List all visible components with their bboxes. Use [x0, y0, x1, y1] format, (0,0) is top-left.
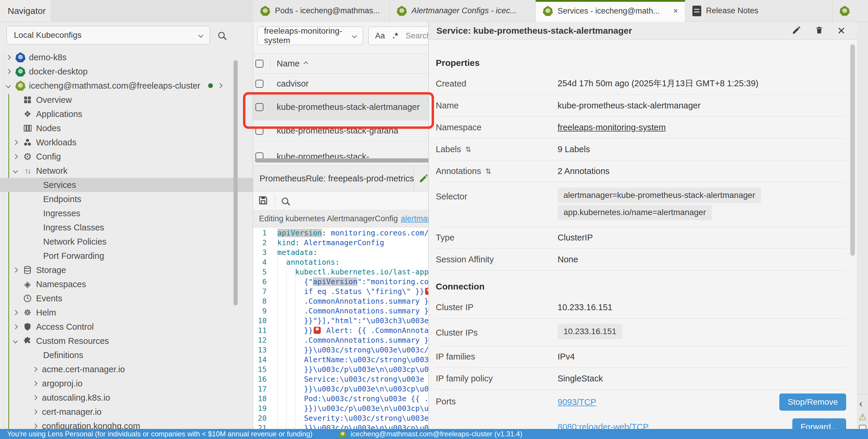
sidebar-item-icecheng-mathmast-com-freeleap[interactable]: ☸icecheng@mathmast.com@freeleaps-cluster [0, 78, 253, 93]
chevron-right-icon[interactable] [33, 381, 37, 386]
sidebar-item-endpoints[interactable]: Endpoints [0, 192, 253, 206]
tab-services-icecheng-math-[interactable]: ☸Services - icecheng@math...× [536, 0, 685, 22]
editor-search-icon[interactable] [282, 198, 288, 204]
detail-row-cluster-ip: Cluster IP10.233.16.151 [436, 296, 846, 318]
kubeconfig-selector[interactable]: Local Kubeconfigs [6, 26, 210, 44]
sort-toggle-icon[interactable]: ⇅ [465, 145, 471, 154]
tab-partial[interactable]: ☸ [833, 0, 868, 22]
sort-ascending-icon[interactable] [304, 62, 308, 66]
line-number: 8 [253, 296, 267, 306]
sidebar-item-docker-desktop[interactable]: ☸docker-desktop [0, 64, 253, 78]
save-icon[interactable] [258, 195, 269, 207]
sidebar-item-demo-k8s[interactable]: ☸demo-k8s [0, 50, 253, 64]
row-checkbox[interactable] [255, 80, 264, 88]
sidebar-item-ingresses[interactable]: Ingresses [0, 206, 253, 221]
chevron-down-icon[interactable] [13, 168, 18, 173]
sidebar-item-overview[interactable]: Overview [0, 93, 253, 107]
sidebar-item-namespaces[interactable]: ◈Namespaces [0, 277, 253, 291]
match-case-toggle[interactable]: Aa [375, 31, 385, 40]
regex-toggle[interactable]: .* [393, 31, 398, 40]
sidebar-item-autoscaling-k8s-io[interactable]: autoscaling.k8s.io [0, 391, 253, 405]
sidebar-item-acme-cert-manager-io[interactable]: acme.cert-manager.io [0, 362, 253, 376]
sidebar-item-custom-resources[interactable]: Custom Resources [0, 334, 253, 348]
navigator-header: Navigator [0, 0, 253, 22]
selector-chip: app.kubernetes.io/name=alertmanager [558, 205, 712, 220]
detail-label: Cluster IPs [436, 322, 558, 338]
port-action-button[interactable]: Forward... [792, 418, 846, 429]
chevron-right-icon[interactable] [33, 367, 37, 372]
divider [414, 166, 414, 191]
chevron-right-icon[interactable] [6, 69, 11, 74]
chevron-right-icon[interactable] [13, 140, 18, 145]
chevron-right-icon[interactable] [13, 154, 18, 159]
line-number: 3 [253, 247, 267, 257]
drawer-scrollbar[interactable] [850, 44, 855, 256]
editing-bar-text: Editing kubernetes AlertmanagerConfig [259, 214, 398, 223]
sidebar-item-storage[interactable]: Storage [0, 263, 253, 277]
sidebar-item-definitions[interactable]: Definitions [0, 348, 253, 362]
chevron-right-icon[interactable] [13, 310, 18, 315]
chevron-right-icon[interactable] [33, 395, 37, 400]
cluster-status[interactable]: ☸ icecheng@mathmast.com@freeleaps-cluste… [339, 430, 522, 438]
collapse-chevron-icon[interactable]: ‹ [859, 398, 862, 409]
divider [275, 195, 275, 207]
sidebar-item-configuration-konghq-com[interactable]: configuration.konghq.com [0, 419, 253, 429]
edit-icon[interactable] [418, 173, 429, 185]
drawer-header: Service: kube-prometheus-stack-alertmana… [429, 22, 857, 40]
chevron-right-icon[interactable] [33, 409, 37, 414]
sidebar-item-access-control[interactable]: Access Control [0, 319, 253, 334]
sidebar-scrollbar[interactable] [234, 60, 238, 305]
namespace-selector[interactable]: freeleaps-monitoring-system [257, 27, 363, 45]
detail-label: Name [436, 101, 558, 110]
sidebar-item-nodes[interactable]: Nodes [0, 121, 253, 135]
namespace-link[interactable]: freeleaps-monitoring-system [558, 123, 666, 132]
sidebar-item-events[interactable]: Events [0, 291, 253, 305]
sidebar-item-helm[interactable]: ☸Helm [0, 305, 253, 319]
chevron-right-icon[interactable] [13, 325, 18, 329]
chevron-down-icon[interactable] [13, 339, 18, 344]
drawer-body: PropertiesCreated254d 17h 50m ago (2025年… [429, 40, 857, 429]
sidebar-item-ingress-classes[interactable]: Ingress Classes [0, 221, 253, 235]
sidebar-item-network-policies[interactable]: Network Policies [0, 235, 253, 249]
chevron-right-icon[interactable] [6, 55, 11, 60]
search-icon[interactable] [218, 32, 225, 38]
chevron-right-icon[interactable] [13, 268, 18, 273]
sidebar-item-port-forwarding[interactable]: Port Forwarding [0, 249, 253, 263]
warning-icon: ⚠ [859, 412, 867, 422]
detail-label-text: Created [436, 79, 466, 89]
tab-release-notes[interactable]: Release Notes [685, 0, 833, 22]
sidebar-item-argoproj-io[interactable]: argoproj.io [0, 376, 253, 391]
close-icon[interactable]: ✕ [837, 26, 846, 36]
sidebar-item-cert-manager-io[interactable]: cert-manager.io [0, 405, 253, 419]
sidebar-item-label: Ingresses [43, 209, 81, 218]
storage-icon [23, 265, 33, 275]
sidebar-item-network[interactable]: ↑↓Network [0, 164, 253, 178]
tab-pods-icecheng-mathmas-[interactable]: ☸Pods - icecheng@mathmas... [253, 0, 390, 22]
edit-icon[interactable] [792, 25, 801, 36]
sidebar-item-services[interactable]: Services [0, 178, 253, 192]
delete-icon[interactable] [815, 25, 824, 36]
kubernetes-icon: ☸ [260, 6, 270, 16]
chevron-right-icon[interactable] [217, 83, 222, 88]
sort-toggle-icon[interactable]: ⇅ [485, 167, 491, 175]
detail-label-text: Ports [436, 397, 456, 406]
tab-label: Release Notes [706, 6, 758, 15]
tab-alertmanager-configs-ice[interactable]: ☸Alertmanager Configs - icec... [390, 0, 536, 22]
sidebar-item-applications[interactable]: ❖Applications [0, 107, 253, 121]
indent-guide [295, 249, 296, 429]
kubernetes-icon: ☸ [16, 81, 25, 91]
port-link[interactable]: 9093/TCP [558, 397, 596, 407]
column-header-name[interactable]: Name [277, 59, 300, 69]
sidebar-item-config[interactable]: ⚙Config [0, 149, 253, 164]
detail-label-text: Type [436, 233, 455, 242]
sidebar-item-workloads[interactable]: Workloads [0, 135, 253, 149]
select-all-checkbox[interactable] [255, 60, 264, 68]
tab-close-icon[interactable]: × [673, 6, 678, 16]
indent-guide [286, 249, 286, 429]
chevron-down-icon[interactable] [6, 83, 11, 88]
port-action-button[interactable]: Stop/Remove [779, 394, 846, 411]
port-link[interactable]: 8080:reloader-web/TCP [558, 422, 649, 429]
chevron-down-icon [198, 33, 204, 38]
namespace-selector-value: freeleaps-monitoring-system [264, 26, 353, 45]
chevron-right-icon[interactable] [33, 424, 37, 429]
